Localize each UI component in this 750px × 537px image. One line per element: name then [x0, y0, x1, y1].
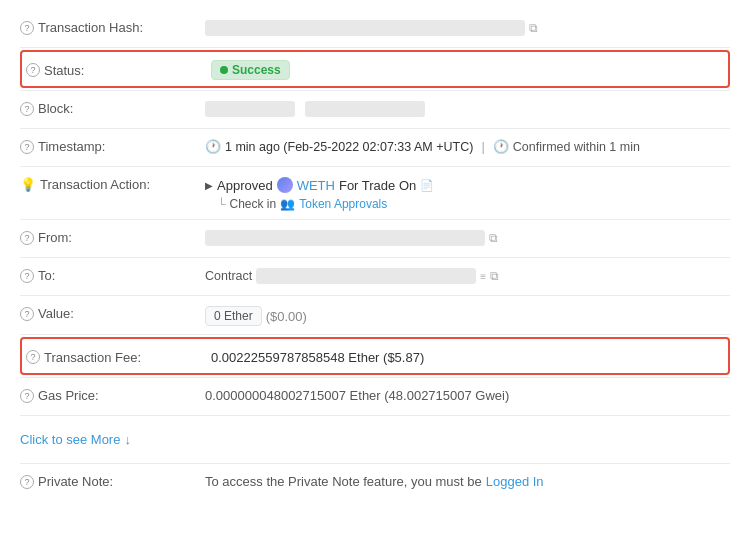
copy-from-icon[interactable]: ⧉ [489, 231, 498, 245]
light-icon: 💡 [20, 177, 36, 192]
status-row: ? Status: Success [20, 50, 730, 88]
copy-to-icon[interactable]: ⧉ [490, 269, 499, 283]
timestamp-value: 🕐 1 min ago (Feb-25-2022 02:07:33 AM +UT… [205, 137, 730, 154]
transaction-hash-row: ? Transaction Hash: ⧉ [20, 10, 730, 48]
to-row: ? To: Contract ≡ ⧉ [20, 258, 730, 296]
copy-hash-icon[interactable]: ⧉ [529, 21, 538, 35]
to-help-icon[interactable]: ? [20, 269, 34, 283]
block-number-blurred [205, 101, 295, 117]
transaction-hash-label: ? Transaction Hash: [20, 18, 205, 35]
gas-help-icon[interactable]: ? [20, 389, 34, 403]
transaction-action-value: ▶ Approved WETH For Trade On 📄 └ Check i… [205, 175, 730, 211]
click-more-row: Click to see More ↓ [20, 416, 730, 464]
private-note-row: ? Private Note: To access the Private No… [20, 464, 730, 502]
timestamp-row: ? Timestamp: 🕐 1 min ago (Feb-25-2022 02… [20, 129, 730, 167]
weth-icon [277, 177, 293, 193]
from-label: ? From: [20, 228, 205, 245]
block-value [205, 99, 730, 117]
token-approvals-link[interactable]: Token Approvals [299, 197, 387, 211]
ether-value-badge: 0 Ether [205, 306, 262, 326]
timestamp-label: ? Timestamp: [20, 137, 205, 154]
transaction-hash-value: ⧉ [205, 18, 730, 36]
status-badge: Success [211, 60, 290, 80]
timestamp-help-icon[interactable]: ? [20, 140, 34, 154]
usd-value: ($0.00) [266, 309, 307, 324]
confirmed-text: Confirmed within 1 min [513, 140, 640, 154]
fee-amount: 0.00222559787858548 Ether ($5.87) [211, 350, 424, 365]
value-label: ? Value: [20, 304, 205, 321]
from-address-blurred [205, 230, 485, 246]
value-amount: 0 Ether ($0.00) [205, 304, 730, 326]
to-flags: ≡ [480, 271, 486, 282]
status-value: Success [211, 58, 724, 80]
transaction-hash-help-icon[interactable]: ? [20, 21, 34, 35]
status-help-icon[interactable]: ? [26, 63, 40, 77]
people-icon: 👥 [280, 197, 295, 211]
action-line-2: └ Check in 👥 Token Approvals [217, 197, 387, 211]
from-value: ⧉ [205, 228, 730, 246]
from-row: ? From: ⧉ [20, 220, 730, 258]
click-more-link[interactable]: Click to see More ↓ [20, 424, 730, 455]
value-row: ? Value: 0 Ether ($0.00) [20, 296, 730, 335]
transaction-fee-row: ? Transaction Fee: 0.00222559787858548 E… [20, 337, 730, 375]
private-note-value: To access the Private Note feature, you … [205, 472, 730, 489]
gas-price-value: 0.000000048002715007 Ether (48.002715007… [205, 386, 730, 403]
transaction-action-row: 💡 Transaction Action: ▶ Approved WETH Fo… [20, 167, 730, 220]
gas-amount: 0.000000048002715007 Ether (48.002715007… [205, 388, 509, 403]
private-note-label: ? Private Note: [20, 472, 205, 489]
transaction-fee-label: ? Transaction Fee: [26, 348, 211, 365]
transaction-action-label: 💡 Transaction Action: [20, 175, 205, 192]
confirmed-clock-icon: 🕐 [493, 139, 509, 154]
to-label: ? To: [20, 266, 205, 283]
transaction-hash-blurred [205, 20, 525, 36]
transaction-detail-container: ? Transaction Hash: ⧉ ? Status: Success … [0, 0, 750, 512]
from-help-icon[interactable]: ? [20, 231, 34, 245]
gas-price-label: ? Gas Price: [20, 386, 205, 403]
indent-symbol: └ [217, 197, 226, 211]
status-label: ? Status: [26, 61, 211, 78]
logged-in-link[interactable]: Logged In [486, 474, 544, 489]
transaction-fee-value: 0.00222559787858548 Ether ($5.87) [211, 348, 724, 365]
block-help-icon[interactable]: ? [20, 102, 34, 116]
gas-price-row: ? Gas Price: 0.000000048002715007 Ether … [20, 378, 730, 416]
fee-help-icon[interactable]: ? [26, 350, 40, 364]
action-arrow-icon: ▶ [205, 180, 213, 191]
block-confirmations-blurred [305, 101, 425, 117]
action-line-1: ▶ Approved WETH For Trade On 📄 [205, 177, 434, 193]
block-label: ? Block: [20, 99, 205, 116]
block-row: ? Block: [20, 91, 730, 129]
clock-icon: 🕐 [205, 139, 221, 154]
weth-link[interactable]: WETH [297, 178, 335, 193]
value-help-icon[interactable]: ? [20, 307, 34, 321]
private-note-help-icon[interactable]: ? [20, 475, 34, 489]
to-address-blurred [256, 268, 476, 284]
status-dot [220, 66, 228, 74]
doc-icon: 📄 [420, 179, 434, 192]
to-value: Contract ≡ ⧉ [205, 266, 730, 284]
